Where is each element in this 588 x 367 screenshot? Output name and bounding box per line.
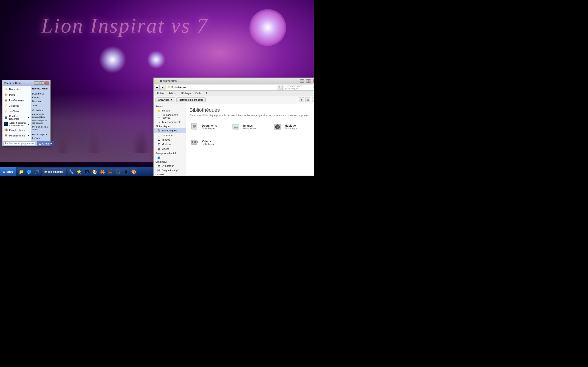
fe-list-icon-btn[interactable]: ☰ <box>305 97 310 102</box>
sw-item-blocnotes[interactable]: 📝 Bloc-notes <box>2 86 31 92</box>
sw-right-run[interactable]: Exécuter... <box>31 136 50 140</box>
jetboost-icon: ⚡ <box>4 104 8 108</box>
taskbar-explorer-icon: 📁 <box>44 170 47 173</box>
fe-menu-affichage[interactable]: Affichage <box>179 92 193 95</box>
fe-menu-outils[interactable]: Outils <box>193 92 203 95</box>
taskbar-winamp-icon[interactable]: 🎧 <box>114 168 122 175</box>
taskbar-ps-icon[interactable]: Ps <box>83 168 90 175</box>
sw-right-computer[interactable]: Ordinateur <box>31 108 50 112</box>
photoshop-arrow-icon: ▶ <box>28 123 29 125</box>
sw-item-jetboost[interactable]: ⚡ JetBoost <box>2 103 31 108</box>
new-library-label: Nouvelle bibliothèque <box>179 98 203 101</box>
fe-menu-help[interactable]: ? <box>204 92 209 95</box>
fe-forward-btn[interactable]: ▶ <box>160 85 165 90</box>
sw-right-help[interactable]: Aide et support <box>31 132 50 136</box>
ps-badge: Ps <box>85 170 89 173</box>
fe-actionbar: Organiser ▼ Nouvelle bibliothèque ⊞ ☰ ? <box>154 96 314 103</box>
sw-right-images[interactable]: Images <box>31 96 50 100</box>
fe-sidebar-images[interactable]: 🖼 Images <box>154 137 186 142</box>
fe-maximize-btn[interactable]: □ <box>306 79 311 83</box>
taskbar-explorer-app[interactable]: 📁 Bibliothèques <box>42 168 65 176</box>
fe-sidebar-recent[interactable]: 🕐 Emplacements récents <box>154 113 186 120</box>
fe-help-icon-btn[interactable]: ? <box>312 97 314 102</box>
fe-sidebar-music[interactable]: 🎵 Musique <box>154 142 186 147</box>
fe-menu-fichier[interactable]: Fichier <box>155 92 166 95</box>
fe-sidebar-bibliotheques[interactable]: 📚 Bibliothèques <box>154 128 186 133</box>
taskbar-folder-icon[interactable]: 📁 <box>18 168 25 175</box>
fe-lib-music[interactable]: Musique Bibliothèque <box>272 121 309 132</box>
sw-close-btn[interactable]: × <box>44 81 49 85</box>
sw-right-user[interactable]: Rachid7Hmid <box>31 86 50 91</box>
fe-main-subtitle: Ouvrir une bibliothèque pour afficher vo… <box>190 114 314 117</box>
fe-sidebar-downloads-label: Téléchargements <box>162 121 181 123</box>
sw-item-firefox[interactable]: 🦊 Mozilla Firefox ▶ <box>2 133 31 138</box>
fe-sidebar-documents[interactable]: 📄 Documents <box>154 133 186 137</box>
taskbar-tools-icon[interactable]: 🔧 <box>68 168 75 175</box>
fe-new-library-btn[interactable]: Nouvelle bibliothèque <box>176 98 206 102</box>
fe-title-text: Bibliothèques <box>160 79 298 83</box>
lib-documents-name: Documents <box>202 124 217 127</box>
sw-label-jetboost: JetBoost <box>9 104 19 107</box>
fe-sidebar-disk-c-label: Disque local (C:) <box>162 169 180 172</box>
lib-images-icon <box>232 122 241 131</box>
taskbar-vlc-icon[interactable]: 🎬 <box>107 168 114 175</box>
fe-view-icon-btn[interactable]: ⊞ <box>299 97 304 102</box>
fe-lib-images[interactable]: Images Bibliothèque <box>231 121 268 132</box>
firefox-icon: 🦊 <box>4 133 8 138</box>
fe-menubar: Fichier Edition Affichage Outils ? <box>154 91 314 96</box>
fe-back-btn[interactable]: ◀ <box>155 85 160 90</box>
sw-maximize-btn[interactable]: □ <box>39 81 44 85</box>
sw-right-control-panel[interactable]: Panneau de configuration <box>31 112 50 119</box>
sw-item-camtasia[interactable]: 🎬 Camtasia Recorder ▶ <box>2 114 31 121</box>
sw-minimize-btn[interactable]: ─ <box>34 81 39 85</box>
taskbar-ie-icon[interactable] <box>26 168 33 175</box>
shutdown-button[interactable]: ⏻ Arrêter ▶ <box>37 141 54 146</box>
fe-search-box[interactable]: Rechercher dans : Bibliothèques 🔍 <box>283 85 314 90</box>
fe-lib-videos[interactable]: Vidéos Bibliothèque <box>190 137 226 148</box>
sw-right-documents[interactable]: Documents <box>31 92 50 96</box>
sw-right-games[interactable]: Jeux <box>31 103 50 107</box>
fe-menu-edition[interactable]: Edition <box>167 92 178 95</box>
sw-item-iconpackager[interactable]: 📦 IconPackager <box>2 98 31 103</box>
fe-sidebar-computer[interactable]: 💻 Ordinateur <box>154 164 186 168</box>
fe-address-bar[interactable]: 📁 Bibliothèques › <box>166 85 277 90</box>
sw-right-music[interactable]: Musique <box>31 100 50 103</box>
sw-right-devices[interactable]: Périphériques et imprimantes <box>31 119 50 125</box>
fe-sidebar-downloads[interactable]: ⬇ Téléchargements <box>154 120 186 124</box>
fe-sidebar-disk-c[interactable]: 💾 Disque local (C:) <box>154 168 186 173</box>
glow-orb-1 <box>99 46 126 73</box>
svg-rect-9 <box>233 124 239 129</box>
lib-documents-icon <box>190 122 199 131</box>
sw-item-jetclean[interactable]: 🧹 JetClean <box>2 108 31 114</box>
taskbar-firefox2-icon[interactable]: 🦊 <box>99 168 106 175</box>
fe-lib-documents[interactable]: Documents Bibliothèque <box>190 121 226 132</box>
taskbar-chrome2-icon[interactable] <box>91 168 98 175</box>
fe-close-btn[interactable]: × <box>313 79 314 83</box>
fe-sidebar-bureau[interactable]: ⭐ Bureau <box>154 108 186 113</box>
fe-sidebar-homegroup[interactable]: 👥 <box>154 155 186 160</box>
photoshop-icon: Ps <box>4 122 8 126</box>
sw-item-chrome[interactable]: Google Chrome <box>2 127 31 133</box>
fe-sidebar-group-homegroup: Groupe résidentiel <box>154 151 186 155</box>
fe-sidebar-group-computer: Ordinateur <box>154 160 186 164</box>
fe-refresh-btn[interactable]: ↻ <box>278 85 283 90</box>
shutdown-icon: ⏻ <box>39 142 41 145</box>
sw-item-photoshop[interactable]: Ps Adobe Photoshop CSS Extended ▶ <box>2 121 31 127</box>
fe-minimize-btn[interactable]: ─ <box>300 79 304 83</box>
lib-music-type: Bibliothèque <box>285 127 297 130</box>
taskbar-explorer-label: Bibliothèques <box>48 170 63 173</box>
sw-item-paint[interactable]: 🎨 Paint <box>2 92 31 98</box>
svg-rect-5 <box>193 125 196 126</box>
fe-sidebar-videos[interactable]: 🎬 Vidéos <box>154 147 186 151</box>
fe-organize-btn[interactable]: Organiser ▼ <box>156 98 175 102</box>
start-search-input[interactable] <box>4 142 35 145</box>
desktop-title: Lion Inspirat vs 7 <box>41 14 208 37</box>
sw-right-div2 <box>31 108 50 108</box>
taskbar-download-icon[interactable]: ⬇ <box>122 168 130 175</box>
taskbar-media-icon[interactable]: 🎵 <box>33 168 41 175</box>
start-button[interactable]: ⊞ start <box>0 167 16 176</box>
taskbar-paint-icon[interactable]: 🎨 <box>130 168 137 175</box>
taskbar-star-icon[interactable]: ⭐ <box>75 168 83 175</box>
sw-right-programs[interactable]: Programmes par défaut <box>31 125 50 131</box>
fe-title-icon: 📁 <box>155 79 159 83</box>
